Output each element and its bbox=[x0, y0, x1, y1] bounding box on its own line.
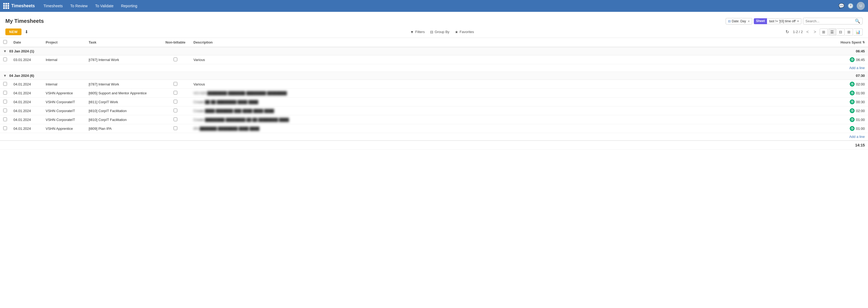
favorites-button[interactable]: ★ Favorites bbox=[453, 29, 476, 35]
list-view-button[interactable]: ☰ bbox=[828, 29, 836, 35]
hours-circle-icon bbox=[850, 82, 855, 87]
row-checkbox[interactable] bbox=[3, 100, 7, 103]
nav-to-review[interactable]: To Review bbox=[67, 2, 91, 10]
group-total-2: 07:30 bbox=[836, 72, 868, 80]
nonbillable-checkbox[interactable] bbox=[174, 118, 177, 121]
nonbillable-checkbox[interactable] bbox=[174, 100, 177, 103]
row-description: IPA ███████ ████████ ████ ████ bbox=[190, 124, 836, 133]
table-row: 04.01.2024 VSHN CorporateIT [t810] CorpI… bbox=[0, 115, 868, 124]
row-description: VCI-525 ████████ ███████ ████████ ██████… bbox=[190, 89, 836, 98]
app-logo[interactable]: Timesheets bbox=[3, 3, 35, 9]
chat-icon[interactable]: 💬 bbox=[838, 3, 844, 9]
th-date[interactable]: Date bbox=[10, 38, 42, 47]
hours-badge: 02:00 bbox=[850, 108, 865, 113]
th-hours[interactable]: Hours Spent ⇅ bbox=[836, 38, 868, 47]
hours-circle-icon bbox=[850, 91, 855, 95]
timesheet-table-container: Date Project Task Non-billable Descripti… bbox=[0, 38, 868, 150]
filter-stack-icon: ⊟ bbox=[728, 19, 731, 23]
hours-badge: 01:00 bbox=[850, 91, 865, 95]
nonbillable-checkbox[interactable] bbox=[174, 91, 177, 95]
nav-reporting[interactable]: Reporting bbox=[118, 2, 141, 10]
clock-icon[interactable]: 🕐 bbox=[847, 3, 854, 9]
group-toggle-1[interactable]: ▼ bbox=[3, 49, 7, 53]
search-icon[interactable]: 🔍 bbox=[855, 19, 860, 24]
pivot-view-button[interactable]: ⊞ bbox=[845, 29, 853, 35]
prev-page-button[interactable]: < bbox=[805, 29, 810, 35]
row-checkbox[interactable] bbox=[3, 58, 7, 61]
row-checkbox[interactable] bbox=[3, 91, 7, 95]
row-date: 04.01.2024 bbox=[10, 80, 42, 89]
search-area: 🔍 bbox=[803, 18, 863, 25]
th-description[interactable]: Description bbox=[190, 38, 836, 47]
hours-circle-icon bbox=[850, 108, 855, 113]
th-nonbillable[interactable]: Non-billable bbox=[161, 38, 190, 47]
nonbillable-checkbox[interactable] bbox=[174, 58, 177, 61]
page-header: My Timesheets ⊟ Date: Day × Sheet tast !… bbox=[0, 12, 868, 26]
row-checkbox[interactable] bbox=[3, 82, 7, 86]
user-avatar[interactable]: U bbox=[857, 2, 865, 10]
sort-icon[interactable]: ⇅ bbox=[862, 40, 865, 44]
row-task: [t811] CorpIT Work bbox=[86, 98, 161, 106]
nonbillable-checkbox[interactable] bbox=[174, 82, 177, 86]
download-button[interactable]: ⬇ bbox=[23, 28, 30, 35]
footer-row: 14:15 bbox=[0, 141, 868, 150]
table-row: 04.01.2024 Internal [t787] Internal Work… bbox=[0, 80, 868, 89]
add-line-button-1[interactable]: Add a line bbox=[849, 66, 865, 70]
grid-view-button[interactable]: ⊞ bbox=[819, 29, 828, 35]
row-checkbox[interactable] bbox=[3, 126, 7, 130]
row-description: Create ████ ███████ ███ ████ ████ ████ bbox=[190, 106, 836, 115]
chart-view-button[interactable]: 📊 bbox=[854, 29, 863, 35]
nav-to-validate[interactable]: To Validate bbox=[92, 2, 117, 10]
next-page-button[interactable]: > bbox=[812, 29, 817, 35]
row-project: VSHN CorporateIT bbox=[42, 98, 86, 106]
th-project[interactable]: Project bbox=[42, 38, 86, 47]
nav-timesheets[interactable]: Timesheets bbox=[40, 2, 66, 10]
sheet-filter-label: Sheet bbox=[754, 18, 767, 24]
hours-badge: 01:00 bbox=[850, 117, 865, 122]
row-date: 04.01.2024 bbox=[10, 115, 42, 124]
row-date: 04.01.2024 bbox=[10, 89, 42, 98]
group-total-1: 06:45 bbox=[836, 47, 868, 55]
table-header-row: Date Project Task Non-billable Descripti… bbox=[0, 38, 868, 47]
kanban-view-button[interactable]: ⊟ bbox=[837, 29, 845, 35]
group-row-1: ▼ 03 Jan 2024 (1) 06:45 bbox=[0, 47, 868, 55]
groupby-button[interactable]: ⊟ Group By bbox=[428, 29, 452, 35]
groupby-icon: ⊟ bbox=[430, 30, 433, 34]
date-filter-remove[interactable]: × bbox=[748, 19, 750, 23]
app-name: Timesheets bbox=[11, 3, 35, 8]
star-icon: ★ bbox=[455, 30, 458, 34]
table-row: 03.01.2024 Internal [t787] Internal Work… bbox=[0, 55, 868, 64]
date-filter-chip[interactable]: ⊟ Date: Day × bbox=[725, 18, 752, 25]
add-line-button-2[interactable]: Add a line bbox=[849, 135, 865, 139]
search-input[interactable] bbox=[805, 18, 854, 24]
hours-circle-icon bbox=[850, 117, 855, 122]
nonbillable-checkbox[interactable] bbox=[174, 109, 177, 112]
row-description: Various bbox=[190, 80, 836, 89]
row-project: Internal bbox=[42, 80, 86, 89]
table-row: 04.01.2024 VSHN CorporateIT [t810] CorpI… bbox=[0, 106, 868, 115]
row-checkbox[interactable] bbox=[3, 118, 7, 121]
group-toggle-2[interactable]: ▼ bbox=[3, 74, 7, 78]
hours-circle-icon bbox=[850, 126, 855, 131]
row-task: [t805] Support and Mentor Apprentice bbox=[86, 89, 161, 98]
row-checkbox[interactable] bbox=[3, 109, 7, 112]
sheet-filter-chip[interactable]: Sheet tast != '[t3] time off' × bbox=[754, 18, 801, 24]
sheet-filter-remove[interactable]: × bbox=[797, 19, 799, 23]
new-button[interactable]: NEW bbox=[5, 29, 22, 35]
nonbillable-checkbox[interactable] bbox=[174, 126, 177, 130]
group-row-2: ▼ 04 Jan 2024 (6) 07:30 bbox=[0, 72, 868, 80]
row-task: [t787] Internal Work bbox=[86, 55, 161, 64]
row-task: [t809] Plan IPA bbox=[86, 124, 161, 133]
hours-badge: 02:00 bbox=[850, 82, 865, 87]
filters-button[interactable]: ▼ Filters bbox=[408, 29, 427, 35]
add-line-row-2: Add a line bbox=[0, 133, 868, 141]
select-all-checkbox[interactable] bbox=[3, 40, 7, 44]
row-task: [t787] Internal Work bbox=[86, 80, 161, 89]
pager: 1-2 / 2 bbox=[793, 30, 803, 34]
row-project: Internal bbox=[42, 55, 86, 64]
th-task[interactable]: Task bbox=[86, 38, 161, 47]
add-line-row-1: Add a line bbox=[0, 64, 868, 72]
table-row: 04.01.2024 VSHN Apprentice [t809] Plan I… bbox=[0, 124, 868, 133]
row-description: Various bbox=[190, 55, 836, 64]
refresh-button[interactable]: ↻ bbox=[784, 28, 790, 35]
